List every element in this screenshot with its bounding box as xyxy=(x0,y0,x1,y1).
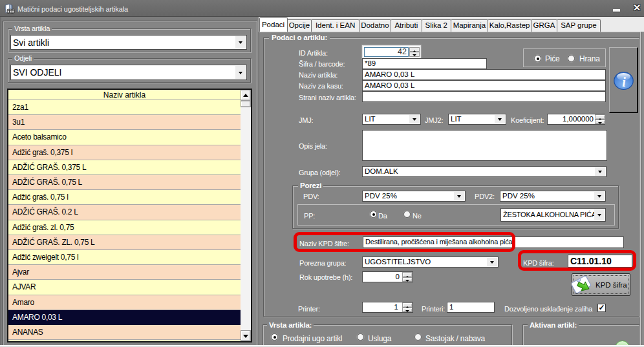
svg-text:i: i xyxy=(622,75,626,89)
